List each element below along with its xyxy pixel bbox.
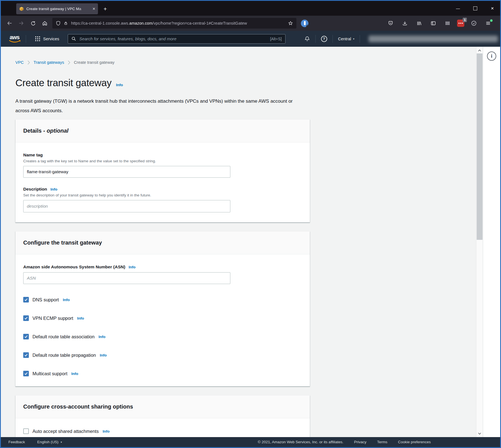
asn-label: Amazon side Autonomous System Number (AS… xyxy=(23,264,125,269)
minimize-button[interactable]: — xyxy=(456,6,460,10)
pocket-icon[interactable] xyxy=(386,18,395,28)
route-propagation-info-link[interactable]: Info xyxy=(100,353,107,357)
search-icon xyxy=(71,36,76,41)
multicast-info-link[interactable]: Info xyxy=(71,372,78,376)
feedback-link[interactable]: Feedback xyxy=(8,440,25,444)
aws-logo[interactable]: aws xyxy=(8,35,21,43)
sidebar-icon[interactable] xyxy=(429,18,438,28)
menu-hamburger-icon[interactable] xyxy=(483,18,493,28)
scrollbar-thumb[interactable] xyxy=(477,53,483,240)
bookmark-star-icon[interactable] xyxy=(288,21,293,26)
tab-title: Create transit gateway | VPC Ma xyxy=(26,7,91,11)
new-tab-button[interactable]: + xyxy=(101,5,109,13)
main-pane: VPC Transit gateways Create transit gate… xyxy=(1,47,476,437)
sharing-card-header: Configure cross-account sharing options xyxy=(15,395,310,418)
auto-accept-info-link[interactable]: Info xyxy=(103,429,110,433)
auto-accept-checkbox[interactable] xyxy=(23,428,29,434)
route-association-info-link[interactable]: Info xyxy=(99,335,106,339)
check-circle-extension-icon[interactable] xyxy=(469,18,479,28)
console-content: VPC Transit gateways Create transit gate… xyxy=(1,47,500,437)
console-footer: Feedback English (US) ▾ © 2021, Amazon W… xyxy=(1,437,500,447)
close-window-button[interactable]: ✕ xyxy=(491,6,494,10)
page-description: A transit gateway (TGW) is a network tra… xyxy=(15,97,295,116)
help-icon[interactable]: ? xyxy=(321,36,327,42)
services-menu[interactable]: Services xyxy=(35,36,59,41)
vpn-ecmp-info-link[interactable]: Info xyxy=(77,316,84,320)
dns-support-row: DNS support Info xyxy=(23,297,302,302)
auto-accept-row: Auto accept shared attachments Info xyxy=(23,428,302,434)
configure-card-header: Configure the transit gateway xyxy=(15,231,310,254)
search-input[interactable] xyxy=(79,36,270,41)
update-notification-dot xyxy=(490,19,493,22)
tracking-shield-icon[interactable] xyxy=(56,21,61,26)
lock-icon[interactable] xyxy=(64,21,68,25)
terms-link[interactable]: Terms xyxy=(377,440,387,444)
breadcrumb-vpc[interactable]: VPC xyxy=(15,60,24,65)
containers-fence-icon[interactable] xyxy=(443,18,452,28)
extension-badge: 1 xyxy=(463,18,467,22)
notifications-bell-icon[interactable] xyxy=(304,36,310,42)
scroll-up-icon[interactable] xyxy=(476,48,483,53)
aws-favicon-icon xyxy=(19,7,24,11)
breadcrumb-transit-gateways[interactable]: Transit gateways xyxy=(34,60,64,65)
vpn-ecmp-checkbox[interactable] xyxy=(23,315,29,321)
multicast-label: Multicast support xyxy=(32,371,67,376)
route-association-checkbox[interactable] xyxy=(23,334,29,339)
name-tag-helper: Creates a tag with the key set to Name a… xyxy=(23,159,302,163)
route-propagation-checkbox[interactable] xyxy=(23,352,29,358)
route-association-row: Default route table association Info xyxy=(23,334,302,339)
info-panel-icon[interactable]: i xyxy=(487,51,496,61)
asn-info-link[interactable]: Info xyxy=(129,265,136,269)
account-menu[interactable] xyxy=(369,36,498,42)
browser-tab[interactable]: Create transit gateway | VPC Ma ✕ xyxy=(16,3,98,14)
route-association-label: Default route table association xyxy=(32,334,95,339)
forward-icon[interactable] xyxy=(17,18,26,28)
browser-toolbar: https://ca-central-1.console.aws.amazon.… xyxy=(1,16,500,31)
sharing-card: Configure cross-account sharing options … xyxy=(15,395,310,437)
page-info-link[interactable]: Info xyxy=(116,83,123,87)
copyright-text: © 2021, Amazon Web Services, Inc. or its… xyxy=(258,440,343,444)
maximize-button[interactable] xyxy=(473,6,477,10)
description-input[interactable] xyxy=(23,200,230,212)
tab-bar: Create transit gateway | VPC Ma ✕ + — ✕ xyxy=(1,1,500,16)
language-selector[interactable]: English (US) ▾ xyxy=(37,440,62,444)
url-text: https://ca-central-1.console.aws.amazon.… xyxy=(71,21,286,25)
url-bar[interactable]: https://ca-central-1.console.aws.amazon.… xyxy=(52,18,296,29)
region-selector[interactable]: Central ▾ xyxy=(338,37,354,41)
chevron-down-icon: ▾ xyxy=(61,441,62,444)
password-manager-extension[interactable]: 1 xyxy=(457,20,464,27)
asn-input[interactable] xyxy=(23,272,230,284)
dns-support-info-link[interactable]: Info xyxy=(63,298,70,302)
reload-icon[interactable] xyxy=(28,18,38,28)
privacy-link[interactable]: Privacy xyxy=(354,440,366,444)
download-icon[interactable] xyxy=(400,18,409,28)
extension-icon[interactable] xyxy=(301,20,308,27)
details-card: Details- optional Name tag Creates a tag… xyxy=(15,119,310,222)
search-shortcut-hint: [Alt+S] xyxy=(270,37,282,41)
chevron-down-icon: ▾ xyxy=(353,37,354,40)
library-icon[interactable] xyxy=(414,18,424,28)
configure-card: Configure the transit gateway Amazon sid… xyxy=(15,231,310,386)
description-info-link[interactable]: Info xyxy=(50,187,57,191)
scroll-down-icon[interactable] xyxy=(476,431,483,436)
services-grid-icon xyxy=(35,36,40,41)
console-search[interactable]: [Alt+S] xyxy=(68,34,285,44)
services-label: Services xyxy=(43,36,59,41)
vertical-scrollbar[interactable] xyxy=(476,47,483,437)
vpn-ecmp-label: VPN ECMP support xyxy=(32,316,73,321)
multicast-checkbox[interactable] xyxy=(23,371,29,376)
auto-accept-label: Auto accept shared attachments xyxy=(32,429,99,434)
breadcrumb-separator-icon xyxy=(27,60,30,65)
home-icon[interactable] xyxy=(40,18,50,28)
tab-close-icon[interactable]: ✕ xyxy=(92,7,95,11)
route-propagation-row: Default route table propagation Info xyxy=(23,352,302,358)
name-tag-input[interactable] xyxy=(23,166,230,178)
back-icon[interactable] xyxy=(5,18,14,28)
description-label: Description xyxy=(23,187,47,192)
multicast-row: Multicast support Info xyxy=(23,371,302,376)
cookie-preferences-link[interactable]: Cookie preferences xyxy=(398,440,431,444)
details-card-header: Details- optional xyxy=(15,119,310,142)
name-tag-label: Name tag xyxy=(23,153,302,158)
dns-support-checkbox[interactable] xyxy=(23,297,29,302)
breadcrumb-separator-icon xyxy=(68,60,70,65)
